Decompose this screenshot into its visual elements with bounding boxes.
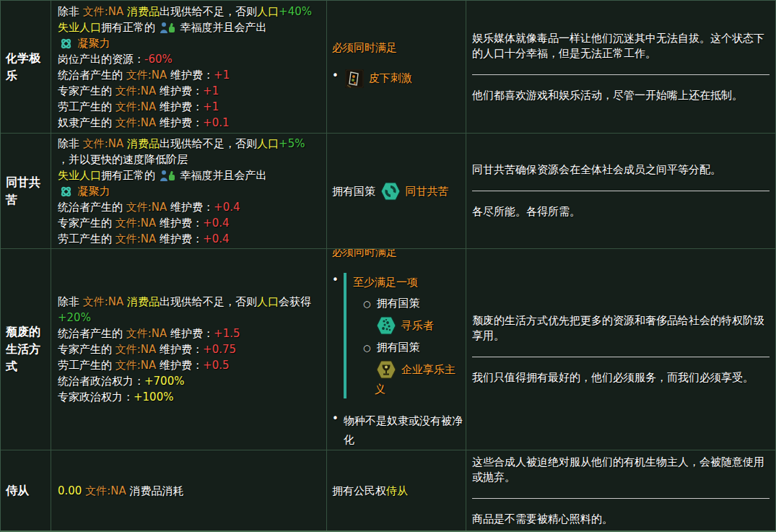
wiki-link[interactable]: 凝聚力 [74, 37, 110, 50]
wiki-link[interactable]: 文件:NA [126, 327, 167, 340]
wiki-link[interactable]: 文件:NA [126, 201, 167, 214]
requirement-inline: 拥有公民权侍从 [332, 482, 463, 500]
text-segment: 拥有国策 [376, 341, 419, 354]
wiki-link[interactable]: 文件:NA [115, 359, 157, 372]
wiki-link[interactable]: 文件:NA [83, 137, 124, 150]
text-segment: 维护费： [156, 232, 203, 245]
wiki-link[interactable]: 文件:NA [83, 5, 124, 18]
living-standard-name: 侍从 [6, 482, 48, 500]
text-segment: 幸福度并且会产出 [177, 169, 267, 182]
wiki-link[interactable]: 文件:NA [115, 100, 157, 113]
description-paragraph: 这些合成人被迫绝对服从他们的有机生物主人，会被随意使用或抛弃。 [472, 455, 770, 485]
text-segment: +1 [214, 69, 230, 82]
group-bar [344, 273, 346, 398]
wiki-link[interactable]: 侍从 [386, 484, 408, 497]
row-name-cell: 化学极乐 [1, 1, 51, 134]
effect-line: 除非 文件:NA 消费品出现供给不足，否则人口会获得+20% [58, 294, 322, 326]
requirement-item: •物种不是奴隶或没有被净化 [332, 409, 463, 450]
text-segment: +100% [134, 391, 173, 404]
description-cell: 颓废的生活方式优先把更多的资源和奢侈品给社会的特权阶级享用。我们只值得拥有最好的… [466, 249, 775, 450]
text-segment: 拥有国策 [376, 297, 419, 310]
wiki-link[interactable]: 同甘共苦 [402, 184, 449, 197]
living-standard-name: 化学极乐 [6, 50, 48, 84]
requirements-header: 必须同时满足 [332, 39, 463, 56]
text-segment: 维护费： [156, 359, 203, 372]
effect-line: 统治者产生的 文件:NA 维护费：+1 [58, 67, 322, 83]
text-segment: +1 [203, 100, 219, 113]
text-segment: 人口 [257, 295, 279, 308]
wiki-link[interactable]: 文件:NA [83, 295, 124, 308]
requirements-header: 必须同时满足 [332, 249, 463, 261]
text-segment: 维护费： [156, 116, 203, 129]
wiki-link[interactable]: 文件:NA [115, 232, 157, 245]
text-segment: 失业人口 [58, 169, 101, 182]
text-segment: 人口 [257, 5, 279, 18]
bullet-icon: • [332, 66, 344, 90]
text-segment: 出现供给不足，否则 [160, 5, 257, 18]
wiki-link[interactable]: 文件:NA [126, 69, 167, 82]
wiki-link[interactable]: 皮下刺激 [365, 71, 412, 84]
requirement-inline: 拥有国策 同甘共苦 [332, 181, 463, 201]
wiki-link[interactable]: 文件:NA [85, 484, 126, 497]
wiki-link[interactable]: 文件:NA [115, 217, 157, 230]
text-segment: 奴隶产生的 [58, 116, 115, 129]
pleasure-seekers-civic-icon [376, 315, 396, 336]
text-segment: ，并以更快的速度降低阶层 [58, 153, 188, 166]
text-segment: 专家产生的 [58, 84, 115, 97]
effect-line: 岗位产出的资源：-60% [58, 51, 322, 67]
description-cell: 同甘共苦确保资源会在全体社会成员之间平等分配。各尽所能。各得所需。 [466, 134, 775, 249]
wiki-link[interactable]: 文件:NA [115, 84, 157, 97]
text-segment: 人口 [257, 137, 279, 150]
effect-line: 专家产生的 文件:NA 维护费：+0.4 [58, 215, 322, 231]
requirement-line: 至少满足一项 [353, 273, 463, 292]
unity-icon [59, 185, 73, 199]
text-segment: 维护费： [167, 201, 214, 214]
circle-bullet-icon: ○ [363, 299, 370, 309]
effect-line: 除非 文件:NA 消费品出现供给不足，否则人口+40% [58, 4, 322, 19]
effect-line: 统治者政治权力：+700% [58, 373, 322, 389]
requirement-line: 物种不是奴隶或没有被净化 [344, 411, 463, 449]
wiki-link[interactable]: 文件:NA [115, 343, 157, 356]
wiki-link[interactable]: 文件:NA [115, 116, 157, 129]
text-segment: 物种不是奴隶或没有被净化 [344, 414, 463, 446]
text-segment: 维护费： [156, 343, 203, 356]
requirement-item: •至少满足一项○拥有国策 寻乐者○拥有国策 企业享乐主义 [332, 271, 463, 401]
effect-line: ，并以更快的速度降低阶层 [58, 152, 322, 167]
living-standards-table: 化学极乐除非 文件:NA 消费品出现供给不足，否则人口+40%失业人口拥有正常的… [0, 0, 776, 532]
description-paragraph: 商品是不需要被精心照料的。 [472, 512, 770, 527]
effect-line: 专家产生的 文件:NA 维护费：+0.75 [58, 341, 322, 357]
wiki-link[interactable]: 凝聚力 [74, 185, 110, 198]
description-divider [472, 191, 770, 191]
wiki-link[interactable]: 寻乐者 [398, 319, 434, 332]
circle-bullet-icon: ○ [363, 343, 370, 353]
text-segment: 除非 [58, 5, 83, 18]
text-segment: +20% [58, 311, 91, 324]
text-segment: 维护费： [167, 69, 214, 82]
effect-line: 劳工产生的 文件:NA 维护费：+0.4 [58, 231, 322, 247]
text-segment: 消费品 [127, 5, 160, 18]
bullet-icon: • [332, 409, 344, 450]
text-segment: 维护费： [167, 327, 214, 340]
text-segment: 消费品消耗 [126, 484, 184, 497]
effect-line: 凝聚力 [58, 35, 322, 51]
subdermal-stimulation-icon [345, 69, 364, 88]
text-segment: 幸福度并且会产出 [177, 21, 267, 34]
text-segment: 统治者产生的 [58, 327, 126, 340]
text-segment: 至少满足一项 [353, 276, 418, 289]
effect-line: 0.00 文件:NA 消费品消耗 [58, 483, 322, 499]
text-segment: +0.4 [214, 201, 240, 214]
description-divider [472, 357, 770, 357]
text-segment: 统治者产生的 [58, 69, 126, 82]
text-segment: +0.4 [203, 232, 229, 245]
unity-icon [59, 37, 73, 51]
text-segment: 维护费： [156, 217, 203, 230]
description-paragraph: 颓废的生活方式优先把更多的资源和奢侈品给社会的特权阶级享用。 [472, 313, 770, 344]
text-segment: 消费品 [127, 137, 160, 150]
row-name-cell: 侍从 [1, 450, 51, 531]
text-segment: 出现供给不足，否则 [160, 295, 257, 308]
text-segment: 维护费： [156, 100, 203, 113]
requirements-cell: 拥有公民权侍从 [327, 450, 466, 531]
happiness-icon [160, 22, 175, 33]
happiness-icon [160, 170, 175, 181]
text-segment: +1.5 [214, 327, 240, 340]
